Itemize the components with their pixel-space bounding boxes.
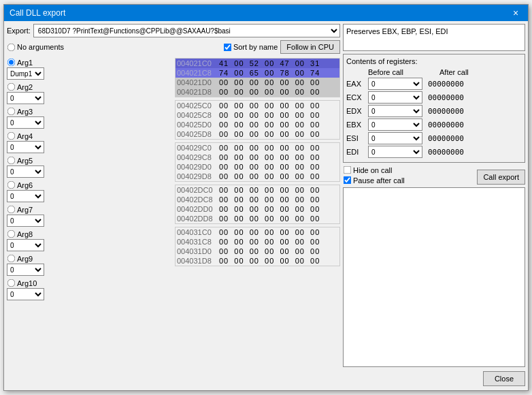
hex-row[interactable]: 004031C0 00 00 00 00 00 00 00	[176, 227, 339, 237]
arg5-radio-label[interactable]: Arg5	[7, 156, 44, 165]
arg4-radio[interactable]	[7, 132, 16, 140]
arg7-radio-label[interactable]: Arg7	[7, 205, 44, 214]
arg7-radio[interactable]	[7, 206, 16, 214]
arg3-radio[interactable]	[7, 108, 16, 116]
sort-by-name-check[interactable]: Sort by name	[223, 43, 278, 52]
close-button[interactable]: Close	[483, 371, 525, 386]
pause-after-call-checkbox[interactable]	[344, 176, 352, 185]
ebx-row: EBX 0 00000000	[346, 118, 522, 131]
arg-row-8: Arg8 0	[7, 230, 172, 251]
edi-row: EDI 0 00000000	[346, 146, 522, 158]
pause-after-call-option[interactable]: Pause after call	[343, 176, 405, 185]
hex-row[interactable]: 004029C0 00 00 00 00 00 00 00	[176, 143, 339, 153]
arg-row-4: Arg4 0	[7, 131, 172, 153]
arg-row-10: Arg10 0	[7, 279, 172, 300]
hex-row[interactable]: 004025D0 00 00 00 00 00 00 00	[176, 120, 339, 129]
ecx-before-combo[interactable]: 0	[368, 91, 422, 104]
hex-row[interactable]: 004021D8 00 00 00 00 00 00 00	[176, 87, 339, 97]
hex-row[interactable]: 004025C8 00 00 00 00 00 00 00	[176, 110, 339, 120]
arg10-radio[interactable]	[7, 279, 16, 287]
registers-section: Contents of registers: Before call After…	[343, 54, 525, 163]
edx-before-combo[interactable]: 0	[368, 105, 422, 117]
esi-before-combo[interactable]: 0	[368, 132, 422, 144]
esi-row: ESI 0 00000000	[346, 132, 522, 144]
arg5-combo[interactable]: 0	[7, 165, 44, 178]
arg3-radio-label[interactable]: Arg3	[7, 107, 44, 116]
hex-group-5: 004031C0 00 00 00 00 00 00 00 004031C8 0…	[175, 227, 340, 266]
no-args-radio[interactable]	[7, 43, 16, 51]
main-content: Export: 68D310D7 ?PrintText@Functions@CP…	[4, 21, 528, 390]
export-combo[interactable]: 68D310D7 ?PrintText@Functions@CPPLib@@SA…	[33, 24, 340, 37]
hex-row[interactable]: 00402DD8 00 00 00 00 00 00 00	[176, 214, 339, 223]
arg9-combo[interactable]: 0	[7, 264, 44, 276]
edx-row: EDX 0 00000000	[346, 105, 522, 117]
hex-row[interactable]: 004021D0 00 00 00 00 00 00 00	[176, 78, 339, 87]
before-call-label: Before call	[368, 68, 439, 76]
edx-after-value: 00000000	[428, 107, 464, 116]
arg-row-9: Arg9 0	[7, 254, 172, 276]
arg4-combo[interactable]: 0	[7, 141, 44, 153]
edi-label: EDI	[346, 148, 368, 156]
call-export-button[interactable]: Call export	[477, 170, 525, 185]
arg1-radio-label[interactable]: Arg1	[7, 58, 44, 67]
preserves-box: Preserves EBX, EBP, ESI, EDI	[343, 24, 525, 51]
arg-row-5: Arg5 0	[7, 156, 172, 178]
arg10-radio-label[interactable]: Arg10	[7, 279, 44, 287]
hex-group-4: 00402DC0 00 00 00 00 00 00 00 00402DC8 0…	[175, 185, 340, 224]
ebx-before-combo[interactable]: 0	[368, 118, 422, 131]
hex-group-3: 004029C0 00 00 00 00 00 00 00 004029C8 0…	[175, 142, 340, 182]
arg2-combo[interactable]: 0	[7, 92, 44, 104]
hex-row[interactable]: 004031C8 00 00 00 00 00 00 00	[176, 237, 339, 247]
hex-row[interactable]: 00402DD0 00 00 00 00 00 00 00	[176, 204, 339, 214]
hex-row[interactable]: 00402DC8 00 00 00 00 00 00 00	[176, 195, 339, 204]
arg6-combo[interactable]: 0	[7, 190, 44, 202]
call-dll-export-window: Call DLL export × Export: 68D310D7 ?Prin…	[3, 4, 529, 391]
preserves-text: Preserves EBX, EBP, ESI, EDI	[346, 27, 448, 35]
arg1-combo[interactable]: Dump1	[7, 67, 44, 80]
arg6-radio[interactable]	[7, 181, 16, 189]
arg5-radio[interactable]	[7, 157, 16, 165]
arg8-radio-label[interactable]: Arg8	[7, 230, 44, 238]
export-row: Export: 68D310D7 ?PrintText@Functions@CP…	[7, 24, 340, 37]
no-args-label[interactable]: No arguments	[7, 43, 64, 52]
hex-row[interactable]: 004029C8 00 00 00 00 00 00 00	[176, 153, 339, 162]
hex-row[interactable]: 00402DC0 00 00 00 00 00 00 00	[176, 185, 339, 195]
arg10-combo[interactable]: 0	[7, 288, 44, 300]
arg9-radio-label[interactable]: Arg9	[7, 254, 44, 263]
hex-row[interactable]: 004029D0 00 00 00 00 00 00 00	[176, 162, 339, 172]
arg8-radio[interactable]	[7, 230, 16, 238]
arg6-radio-label[interactable]: Arg6	[7, 180, 44, 189]
close-row: Close	[343, 370, 525, 388]
follow-in-cpu-button[interactable]: Follow in CPU	[280, 40, 340, 54]
arg-row-1: Arg1 Dump1	[7, 58, 172, 80]
window-title: Call DLL export	[10, 8, 65, 18]
sort-by-name-checkbox[interactable]	[224, 43, 232, 51]
hex-row[interactable]: 004021C0 41 00 52 00 47 00 31	[176, 59, 339, 68]
hide-on-call-option[interactable]: Hide on call	[343, 165, 405, 174]
hex-group-2: 004025C0 00 00 00 00 00 00 00 004025C8 0…	[175, 100, 340, 140]
arg2-radio[interactable]	[7, 83, 16, 91]
hide-on-call-checkbox[interactable]	[344, 166, 352, 174]
toolbar-row: No arguments Sort by name Follow in CPU	[7, 40, 340, 54]
edi-after-value: 00000000	[428, 148, 464, 157]
esi-label: ESI	[346, 134, 368, 142]
hex-row[interactable]: 004021C8 74 00 65 00 78 00 74	[176, 68, 339, 78]
ecx-label: ECX	[346, 93, 368, 101]
hex-row[interactable]: 004025D8 00 00 00 00 00 00 00	[176, 129, 339, 139]
arg7-combo[interactable]: 0	[7, 215, 44, 227]
export-label: Export:	[7, 27, 31, 35]
edi-before-combo[interactable]: 0	[368, 146, 422, 158]
options-and-btn: Hide on call Pause after call Call expor…	[343, 165, 525, 185]
hex-row[interactable]: 004031D8 00 00 00 00 00 00 00	[176, 256, 339, 266]
close-icon[interactable]: ×	[509, 7, 522, 18]
arg3-combo[interactable]: 0	[7, 116, 44, 129]
arg8-combo[interactable]: 0	[7, 239, 44, 251]
hex-row[interactable]: 004025C0 00 00 00 00 00 00 00	[176, 101, 339, 110]
arg4-radio-label[interactable]: Arg4	[7, 131, 44, 140]
arg2-radio-label[interactable]: Arg2	[7, 82, 44, 91]
hex-row[interactable]: 004029D8 00 00 00 00 00 00 00	[176, 172, 339, 181]
arg1-radio[interactable]	[7, 59, 16, 67]
hex-row[interactable]: 004031D0 00 00 00 00 00 00 00	[176, 247, 339, 256]
arg9-radio[interactable]	[7, 255, 16, 263]
eax-before-combo[interactable]: 0	[368, 78, 422, 90]
